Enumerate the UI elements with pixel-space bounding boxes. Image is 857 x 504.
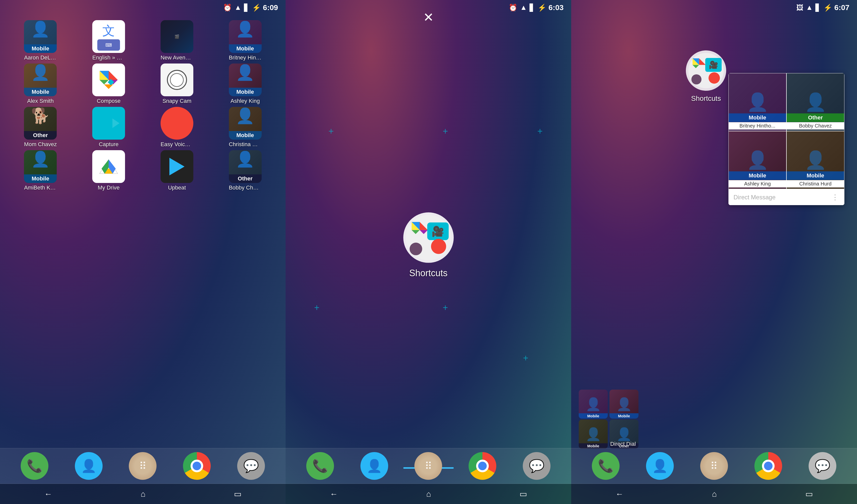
back-btn[interactable]: ←: [44, 489, 52, 499]
middle-wifi-icon: ▲: [520, 3, 527, 12]
right-wifi-icon: ▲: [806, 3, 813, 12]
shortcuts-collage: 🎥: [406, 215, 451, 260]
translate-char: 文: [102, 22, 115, 39]
app-britney[interactable]: 👤 Mobile Britney Hinthorn: [212, 20, 278, 61]
plus-marker-1: +: [329, 126, 334, 137]
right-recents-btn[interactable]: ▭: [805, 489, 813, 499]
middle-messages-icon: 💬: [529, 459, 544, 473]
app-capture[interactable]: Capture: [76, 107, 142, 148]
right-apps-icon: ⠿: [710, 460, 718, 472]
shortcuts-widget-right: 🎥 Shortcuts: [686, 50, 726, 103]
right-dock-messages[interactable]: 💬: [809, 452, 836, 480]
middle-dock-apps[interactable]: ⠿: [414, 452, 442, 480]
alex-photo: 👤: [24, 64, 57, 81]
middle-dock-phone[interactable]: 📞: [306, 452, 334, 480]
app-easyvoice[interactable]: Easy Voice Rec...: [144, 107, 210, 148]
app-bobby[interactable]: 👤 Other Bobby Chavez: [212, 150, 278, 191]
app-christina[interactable]: 👤 Mobile Christina Hurd: [212, 107, 278, 148]
right-dock-phone[interactable]: 📞: [592, 452, 620, 480]
middle-dock-messages[interactable]: 💬: [523, 452, 551, 480]
bobby-label: Bobby Chavez: [229, 184, 262, 191]
app-upbeat[interactable]: Upbeat: [144, 150, 210, 191]
dock-chrome[interactable]: [183, 452, 211, 480]
app-snapycam[interactable]: Snapy Cam: [144, 64, 210, 104]
middle-dock-contacts[interactable]: 👤: [360, 452, 388, 480]
right-panel: 🖼 ▲ ▋ ⚡ 6:07 🎥: [571, 0, 857, 504]
compose-icon: [92, 64, 125, 96]
recents-btn[interactable]: ▭: [234, 489, 241, 499]
popup-cell-britney[interactable]: 👤 Mobile Britney Hintho...: [728, 73, 786, 131]
app-translate[interactable]: 文 ⌨ English » Spani...: [76, 20, 142, 61]
popup-grid: 👤 Mobile Britney Hintho... 👤 Other Bobby…: [728, 73, 844, 189]
right-dock-contacts[interactable]: 👤: [646, 452, 674, 480]
christina-popup-badge: Mobile: [787, 171, 844, 180]
easyvoice-circle: [168, 114, 186, 132]
app-avengers[interactable]: 🎬 New Avengers...: [144, 20, 210, 61]
shortcuts-widget-center: 🎥 Shortcuts: [403, 213, 454, 279]
app-alex[interactable]: 👤 Mobile Alex Smith: [7, 64, 73, 104]
app-compose[interactable]: Compose: [76, 64, 142, 104]
left-dock: 📞 👤 ⠿ 💬: [0, 448, 286, 484]
dock-contacts[interactable]: 👤: [75, 452, 103, 480]
britney-label: Britney Hinthorn: [229, 54, 262, 61]
home-btn[interactable]: ⌂: [141, 489, 146, 499]
popup-cell-ashley[interactable]: 👤 Mobile Ashley King: [728, 131, 786, 189]
right-battery-icon: ⚡: [823, 3, 832, 12]
app-ashley[interactable]: 👤 Mobile Ashley King: [212, 64, 278, 104]
mini-cell-ashley[interactable]: 👤 Mobile: [609, 390, 638, 419]
app-mom[interactable]: 🐕 Other Mom Chavez: [7, 107, 73, 148]
mini-badge-mobile: Mobile: [579, 443, 608, 449]
aaron-label: Aaron DeLeon: [24, 54, 57, 61]
app-aaron[interactable]: 👤 Mobile Aaron DeLeon: [7, 20, 73, 61]
right-contacts-icon: 👤: [652, 459, 668, 473]
right-dock-chrome[interactable]: [754, 452, 782, 480]
shortcuts-center-label: Shortcuts: [409, 268, 448, 279]
ashley-popup-badge: Mobile: [729, 171, 786, 180]
avengers-icon: 🎬: [161, 20, 193, 53]
ashley-label: Ashley King: [231, 98, 260, 104]
dock-phone[interactable]: 📞: [21, 452, 48, 480]
popup-cell-bobby[interactable]: 👤 Other Bobby Chavez: [786, 73, 844, 131]
bobby-popup-badge: Other: [787, 113, 844, 122]
middle-back-btn[interactable]: ←: [330, 489, 338, 499]
alex-label: Alex Smith: [27, 98, 54, 104]
mini-cell-mobile[interactable]: 👤 Mobile: [579, 420, 608, 449]
middle-recents-btn[interactable]: ▭: [520, 489, 527, 499]
right-back-btn[interactable]: ←: [615, 489, 623, 499]
right-dock-apps[interactable]: ⠿: [700, 452, 728, 480]
camera-inner: [170, 73, 184, 87]
right-dock: 📞 👤 ⠿ 💬: [571, 448, 857, 484]
dock-messages[interactable]: 💬: [237, 452, 265, 480]
bobby-photo: 👤: [229, 150, 262, 168]
middle-dock-chrome[interactable]: [469, 452, 496, 480]
apps-icon: ⠿: [139, 460, 147, 472]
mom-photo: 🐕: [24, 107, 57, 125]
app-amibeth[interactable]: 👤 Mobile AmiBeth Kibel: [7, 150, 73, 191]
mini-cell-britney[interactable]: 👤 Mobile: [579, 390, 608, 419]
plus-marker-6: +: [523, 353, 528, 364]
translate-icon: 文 ⌨: [92, 20, 125, 53]
middle-alarm-icon: ⏰: [509, 3, 518, 12]
ashley-popup-name: Ashley King: [729, 180, 786, 187]
middle-home-btn[interactable]: ⌂: [426, 489, 431, 499]
britney-photo: 👤: [229, 20, 262, 38]
right-image-icon: 🖼: [796, 3, 803, 12]
right-status-bar: 🖼 ▲ ▋ ⚡ 6:07: [571, 0, 857, 15]
right-status-icons: 🖼 ▲ ▋ ⚡: [796, 3, 832, 12]
right-home-btn[interactable]: ⌂: [712, 489, 717, 499]
dock-apps[interactable]: ⠿: [129, 452, 156, 480]
svg-marker-19: [693, 65, 699, 68]
plus-marker-2: +: [443, 126, 448, 137]
drive-svg: [99, 156, 119, 177]
svg-marker-3: [100, 80, 108, 84]
christina-photo: 👤: [229, 107, 262, 125]
close-button[interactable]: ✕: [423, 10, 434, 25]
svg-marker-5: [104, 84, 113, 89]
alex-icon: 👤 Mobile: [24, 64, 57, 96]
bobby-icon: 👤 Other: [229, 150, 262, 183]
popup-cell-christina[interactable]: 👤 Mobile Christina Hurd: [786, 131, 844, 189]
chrome-inner: [190, 460, 203, 472]
right-chrome-inner: [762, 460, 775, 472]
app-mydrive[interactable]: My Drive: [76, 150, 142, 191]
snapycam-icon: [161, 64, 193, 96]
